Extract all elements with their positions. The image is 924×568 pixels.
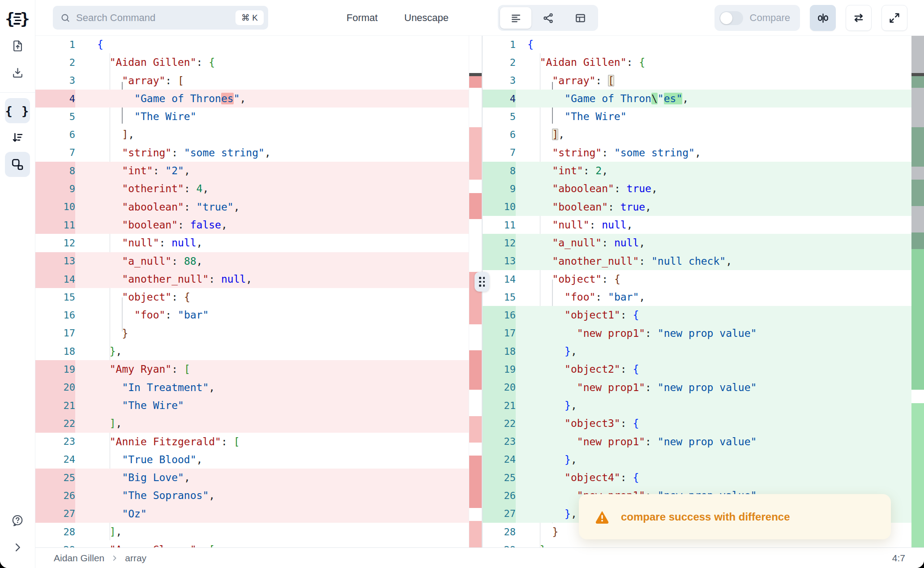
- code-line[interactable]: 24 "True Blood",: [35, 451, 469, 469]
- line-number: 6: [483, 129, 516, 140]
- breadcrumb-item[interactable]: Aidan Gillen: [54, 553, 104, 564]
- scrollbar-thumb[interactable]: [911, 35, 924, 249]
- code-text: "a_null": 88,: [75, 252, 202, 270]
- code-text: },: [516, 396, 577, 414]
- collapse-sidebar-button[interactable]: [5, 535, 30, 560]
- help-button[interactable]: [5, 508, 30, 533]
- code-line[interactable]: 1{: [483, 35, 911, 53]
- code-text: "string": "some string",: [516, 144, 701, 162]
- sort-button[interactable]: [5, 125, 30, 150]
- code-line[interactable]: 14 "another_null": null,: [35, 270, 469, 288]
- resize-handle[interactable]: [475, 272, 489, 292]
- upload-file-button[interactable]: [5, 33, 30, 58]
- diff-view-button[interactable]: [810, 5, 836, 31]
- code-text: "Aidan Gillen": {: [75, 53, 215, 71]
- code-line[interactable]: 17 }: [35, 324, 469, 342]
- right-overview-ruler[interactable]: [911, 35, 924, 547]
- diff-ruler-mark: [469, 193, 482, 219]
- code-line[interactable]: 20 "In Treatment",: [35, 379, 469, 396]
- line-number: 1: [35, 39, 75, 50]
- breadcrumb-item[interactable]: array: [125, 553, 146, 564]
- code-line[interactable]: 18 },: [483, 342, 911, 360]
- code-line[interactable]: 3 "array": [: [35, 72, 469, 90]
- unescape-button[interactable]: Unescape: [404, 0, 449, 35]
- code-text: "foo": "bar",: [516, 288, 645, 306]
- code-line[interactable]: 25 "object4": {: [483, 469, 911, 486]
- code-line[interactable]: 17 "new prop1": "new prop value": [483, 324, 911, 342]
- code-line[interactable]: 16 "object1": {: [483, 306, 911, 324]
- code-line[interactable]: 13 "another_null": "null check",: [483, 252, 911, 270]
- code-text: "Annie Fitzgerald": [: [75, 433, 240, 451]
- code-line[interactable]: 12 "null": null,: [35, 234, 469, 252]
- code-line[interactable]: 22 "object3": {: [483, 414, 911, 432]
- download-button[interactable]: [5, 60, 30, 85]
- code-line[interactable]: 25 "Big Love",: [35, 469, 469, 486]
- line-number: 21: [35, 400, 75, 411]
- code-line[interactable]: 11 "null": null,: [483, 216, 911, 234]
- code-line[interactable]: 5 "The Wire": [483, 108, 911, 125]
- code-line[interactable]: 6 ],: [483, 125, 911, 143]
- code-line[interactable]: 15 "foo": "bar",: [483, 288, 911, 306]
- code-line[interactable]: 7 "string": "some string",: [35, 144, 469, 162]
- code-line[interactable]: 19 "object2": {: [483, 360, 911, 378]
- code-line[interactable]: 21 },: [483, 396, 911, 414]
- code-line[interactable]: 10 "aboolean": "true",: [35, 198, 469, 216]
- code-line[interactable]: 26 "The Sopranos",: [35, 486, 469, 504]
- code-text: "True Blood",: [75, 451, 202, 469]
- code-line[interactable]: 11 "boolean": false,: [35, 216, 469, 234]
- code-line[interactable]: 6 ],: [35, 125, 469, 143]
- code-line[interactable]: 28 ],: [35, 523, 469, 541]
- line-number: 19: [483, 364, 516, 375]
- code-line[interactable]: 7 "string": "some string",: [483, 144, 911, 162]
- original-json-editor[interactable]: 1{2 "Aidan Gillen": {3 "array": [4 "Game…: [35, 35, 469, 547]
- line-number: 22: [35, 418, 75, 429]
- code-text: "another_null": null,: [75, 270, 252, 288]
- code-line[interactable]: 8 "int": 2,: [483, 162, 911, 180]
- search-input[interactable]: Search Command ⌘ K: [53, 6, 268, 30]
- code-line[interactable]: 8 "int": "2",: [35, 162, 469, 180]
- code-line[interactable]: 18 },: [35, 342, 469, 360]
- line-number: 24: [35, 454, 75, 465]
- app-logo-icon[interactable]: {}: [5, 6, 30, 31]
- fullscreen-button[interactable]: [881, 5, 907, 31]
- code-line[interactable]: 9 "aboolean": true,: [483, 180, 911, 198]
- code-line[interactable]: 27 "Oz": [35, 505, 469, 523]
- code-line[interactable]: 10 "boolean": true,: [483, 198, 911, 216]
- code-line[interactable]: 4 "Game of Thron\"es",: [483, 90, 911, 108]
- tab-text-view[interactable]: [500, 7, 531, 29]
- code-line[interactable]: 13 "a_null": 88,: [35, 252, 469, 270]
- code-line[interactable]: 3 "array": [: [483, 72, 911, 90]
- code-line[interactable]: 15 "object": {: [35, 288, 469, 306]
- compare-toggle[interactable]: [719, 11, 743, 25]
- code-line[interactable]: 5 "The Wire": [35, 108, 469, 125]
- code-text: "aboolean": true,: [516, 180, 658, 198]
- code-line[interactable]: 1{: [35, 35, 469, 53]
- line-number: 20: [483, 382, 516, 393]
- code-line[interactable]: 23 "new prop1": "new prop value": [483, 433, 911, 451]
- tab-table-view[interactable]: [565, 7, 596, 29]
- diff-columns-icon: [817, 12, 830, 25]
- code-line[interactable]: 21 "The Wire": [35, 396, 469, 414]
- code-line[interactable]: 4 "Game of Thrones",: [35, 90, 469, 108]
- format-button[interactable]: Format: [346, 0, 378, 35]
- code-line[interactable]: 16 "foo": "bar": [35, 306, 469, 324]
- code-line[interactable]: 9 "otherint": 4,: [35, 180, 469, 198]
- code-line[interactable]: 29 "Anwan Glover": [: [35, 541, 469, 547]
- toast: compare success with difference: [579, 494, 891, 539]
- compare-mode-button[interactable]: [5, 152, 30, 177]
- modified-json-editor[interactable]: 1{2 "Aidan Gillen": {3 "array": [4 "Game…: [483, 35, 911, 547]
- tab-graph-view[interactable]: [532, 7, 564, 29]
- code-line[interactable]: 24 },: [483, 451, 911, 469]
- code-line[interactable]: 2 "Aidan Gillen": {: [483, 53, 911, 71]
- code-line[interactable]: 29 }: [483, 541, 911, 547]
- swap-sides-button[interactable]: [846, 5, 872, 31]
- code-line[interactable]: 23 "Annie Fitzgerald": [: [35, 433, 469, 451]
- code-line[interactable]: 12 "a_null": null,: [483, 234, 911, 252]
- braces-view-button[interactable]: { }: [5, 98, 30, 123]
- code-line[interactable]: 22 ],: [35, 414, 469, 432]
- code-line[interactable]: 2 "Aidan Gillen": {: [35, 53, 469, 71]
- code-line[interactable]: 20 "new prop1": "new prop value": [483, 379, 911, 396]
- code-line[interactable]: 14 "object": {: [483, 270, 911, 288]
- code-text: "another_null": "null check",: [516, 252, 732, 270]
- code-line[interactable]: 19 "Amy Ryan": [: [35, 360, 469, 378]
